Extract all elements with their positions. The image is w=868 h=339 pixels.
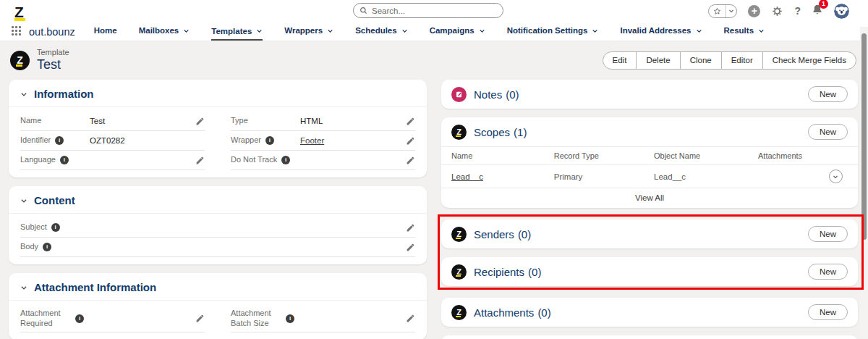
chevron-down-icon[interactable] [592, 28, 598, 34]
edit-pencil-icon[interactable] [195, 156, 205, 165]
star-icon[interactable] [709, 7, 726, 15]
field-attachment-batch-size: Attachment Batch Sizei [231, 305, 415, 332]
info-icon[interactable]: i [55, 136, 64, 145]
info-icon[interactable]: i [286, 314, 294, 323]
edit-pencil-icon[interactable] [406, 117, 415, 126]
section-title: Attachment Information [34, 281, 156, 293]
chevron-down-icon[interactable] [401, 28, 408, 34]
global-header: Z + ? 1 [0, 0, 868, 22]
content-section-header[interactable]: Content [9, 186, 427, 214]
notes-related-list: Notes (0) New [441, 80, 858, 109]
edit-pencil-icon[interactable] [406, 243, 415, 252]
quick-create-icon[interactable]: + [748, 5, 760, 17]
new-note-button[interactable]: New [808, 86, 848, 102]
chevron-down-icon[interactable] [696, 28, 702, 34]
field-wrapper: Wrapperi Footer [231, 131, 415, 151]
chevron-down-icon[interactable] [20, 91, 27, 98]
edit-button[interactable]: Edit [603, 51, 637, 70]
record-entity-label: Template [37, 48, 69, 56]
new-scope-button[interactable]: New [808, 124, 848, 140]
chevron-down-icon[interactable] [327, 28, 333, 34]
information-section-header[interactable]: Information [9, 80, 427, 107]
setup-gear-icon[interactable] [771, 5, 783, 17]
nav-item-results[interactable]: Results [724, 26, 765, 41]
global-search[interactable] [353, 3, 503, 18]
chevron-down-icon[interactable] [20, 197, 27, 204]
view-all-link[interactable]: View All [441, 188, 858, 208]
section-title: Content [34, 194, 75, 206]
column-header-object-name[interactable]: Object Name [650, 147, 754, 165]
column-header-name[interactable]: Name [441, 147, 550, 165]
chevron-down-icon[interactable] [479, 28, 485, 34]
scopes-table: Name Record Type Object Name Attachments… [441, 146, 858, 188]
edit-pencil-icon[interactable] [406, 223, 415, 233]
field-attachment-required: Attachment Requiredi [20, 305, 205, 332]
nav-item-home[interactable]: Home [94, 26, 117, 41]
information-card: Information Name Test Type HTML Identifi… [9, 80, 427, 177]
attachments-related-list: Z Attachments (0) New [441, 298, 858, 327]
nav-item-invalid-addresses[interactable]: Invalid Addresses [620, 26, 702, 41]
chevron-down-icon[interactable] [758, 28, 765, 34]
user-avatar[interactable] [834, 4, 849, 19]
check-merge-fields-button[interactable]: Check Merge Fields [762, 51, 856, 70]
search-input[interactable] [372, 7, 497, 15]
scope-name-link[interactable]: Lead__c [451, 172, 483, 181]
field-identifier: Identifieri OZT0282 [20, 131, 205, 151]
info-icon[interactable]: i [265, 136, 274, 145]
edit-pencil-icon[interactable] [406, 136, 415, 146]
nav-item-mailboxes[interactable]: Mailboxes [139, 26, 190, 41]
notifications-button[interactable]: 1 [812, 4, 823, 19]
column-header-attachments[interactable]: Attachments [754, 147, 825, 165]
info-icon[interactable]: i [281, 156, 290, 164]
content-card: Content Subjecti Bodyi [9, 186, 427, 264]
info-icon[interactable]: i [75, 314, 84, 323]
new-sender-button[interactable]: New [808, 226, 848, 242]
scrollbar-thumb[interactable] [861, 33, 867, 240]
page-title: Test [37, 57, 69, 72]
chevron-down-icon[interactable] [183, 28, 190, 34]
column-header-actions [825, 147, 858, 165]
chevron-down-icon[interactable] [256, 28, 263, 34]
attachment-information-section-header[interactable]: Attachment Information [9, 273, 427, 301]
record-action-group: Edit Delete Clone Editor Check Merge Fie… [603, 51, 856, 70]
help-icon[interactable]: ? [794, 5, 801, 17]
search-icon [359, 7, 367, 14]
new-attachment-button[interactable]: New [808, 304, 848, 320]
edit-pencil-icon[interactable] [195, 314, 205, 323]
recipients-count: (0) [528, 266, 541, 278]
edit-pencil-icon[interactable] [406, 314, 415, 323]
nav-item-wrappers[interactable]: Wrappers [284, 26, 333, 41]
info-icon[interactable]: i [43, 243, 51, 251]
nav-item-notification-settings[interactable]: Notification Settings [507, 26, 599, 41]
app-name[interactable]: out.bounz [29, 26, 75, 38]
app-launcher-icon[interactable] [12, 26, 22, 36]
nav-item-templates[interactable]: Templates [211, 27, 263, 41]
nav-item-schedules[interactable]: Schedules [355, 26, 408, 41]
favorites-dropdown-icon[interactable] [726, 8, 736, 14]
attachment-icon: Z [451, 305, 467, 320]
attachments-title-link[interactable]: Attachments (0) [474, 306, 551, 319]
new-recipient-button[interactable]: New [808, 264, 848, 280]
section-title: Information [34, 88, 94, 100]
delete-button[interactable]: Delete [636, 51, 680, 70]
chevron-down-icon[interactable] [20, 284, 27, 291]
row-actions-dropdown-icon[interactable] [829, 170, 843, 183]
nav-item-campaigns[interactable]: Campaigns [430, 26, 485, 41]
info-icon[interactable]: i [51, 223, 60, 232]
favorites-button[interactable] [708, 4, 737, 18]
scopes-related-list: Z Scopes (1) New Name Record Type Object… [441, 117, 858, 208]
scopes-title-link[interactable]: Scopes (1) [474, 126, 527, 138]
field-wrapper-value[interactable]: Footer [300, 136, 406, 145]
notes-title-link[interactable]: Notes (0) [474, 88, 519, 101]
recipients-title-link[interactable]: Recipients (0) [474, 266, 541, 278]
clone-button[interactable]: Clone [680, 51, 722, 70]
scope-icon: Z [451, 125, 467, 140]
edit-pencil-icon[interactable] [406, 156, 415, 165]
edit-pencil-icon[interactable] [195, 117, 205, 126]
brand-logo[interactable]: Z [14, 4, 24, 20]
senders-title-link[interactable]: Senders (0) [474, 228, 531, 240]
column-header-record-type[interactable]: Record Type [550, 147, 650, 165]
info-icon[interactable]: i [60, 156, 69, 164]
note-icon [451, 87, 467, 102]
editor-button[interactable]: Editor [721, 51, 763, 70]
